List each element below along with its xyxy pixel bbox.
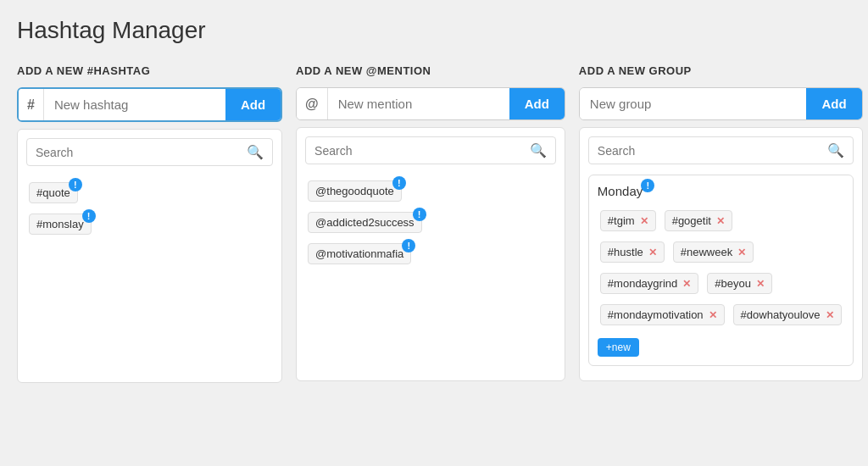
group-card: Monday ! #tgim✕#gogetit✕#hustle✕#newweek… xyxy=(588,175,854,366)
hashtag-prefix: # xyxy=(19,89,44,120)
remove-tag-icon[interactable]: ✕ xyxy=(682,278,691,290)
mention-tag-item[interactable]: @thegoodquote! xyxy=(308,180,402,202)
hashtag-search-icon: 🔍 xyxy=(247,144,264,160)
mention-tag-item[interactable]: @motivationmafia! xyxy=(308,243,411,264)
remove-tag-icon[interactable]: ✕ xyxy=(756,278,765,290)
group-notif-badge: ! xyxy=(641,179,654,192)
remove-tag-icon[interactable]: ✕ xyxy=(648,247,657,258)
page-title: Hashtag Manager xyxy=(17,17,851,44)
mention-search-input[interactable] xyxy=(314,144,530,158)
mention-search-row: 🔍 xyxy=(305,136,556,164)
group-input[interactable] xyxy=(580,88,807,119)
remove-tag-icon[interactable]: ✕ xyxy=(737,247,746,258)
remove-tag-icon[interactable]: ✕ xyxy=(709,309,717,321)
remove-tag-icon[interactable]: ✕ xyxy=(716,215,725,227)
hashtag-tag-item[interactable]: #monslay! xyxy=(29,214,92,235)
hashtag-list: #quote!#monslay! xyxy=(26,176,273,246)
group-tags: #tgim✕#gogetit✕#hustle✕#newweek✕#mondayg… xyxy=(598,208,844,331)
columns-container: ADD A NEW #HASHTAG # Add 🔍 #quote!#monsl… xyxy=(17,64,851,383)
group-add-button[interactable]: Add xyxy=(806,88,861,119)
group-search-row: 🔍 xyxy=(588,136,854,164)
group-name-text: Monday xyxy=(598,184,643,198)
hashtag-add-button[interactable]: Add xyxy=(225,89,281,120)
group-column: ADD A NEW GROUP Add 🔍 Monday ! #tgim✕#go… xyxy=(579,64,863,381)
group-search-icon: 🔍 xyxy=(827,142,844,158)
group-tag-item[interactable]: #newweek✕ xyxy=(673,241,754,263)
hashtag-section-title: ADD A NEW #HASHTAG xyxy=(17,64,282,77)
mention-list: @thegoodquote!@addicted2success!@motivat… xyxy=(305,175,556,275)
mention-column: ADD A NEW @MENTION @ Add 🔍 @thegoodquote… xyxy=(296,64,565,381)
group-list-container: 🔍 Monday ! #tgim✕#gogetit✕#hustle✕#newwe… xyxy=(579,127,863,381)
group-new-button[interactable]: +new xyxy=(598,338,639,357)
mention-input[interactable] xyxy=(328,88,509,119)
group-add-row: Add xyxy=(579,87,863,120)
mention-section-title: ADD A NEW @MENTION xyxy=(296,64,565,77)
group-tag-item[interactable]: #mondaymotivation✕ xyxy=(600,304,725,325)
mention-add-row: @ Add xyxy=(296,87,565,120)
mention-search-icon: 🔍 xyxy=(530,142,547,158)
hashtag-tag-item[interactable]: #quote! xyxy=(29,182,78,203)
hashtag-search-row: 🔍 xyxy=(26,138,273,166)
hashtag-list-container: 🔍 #quote!#monslay! xyxy=(17,129,282,383)
mention-prefix: @ xyxy=(297,88,328,119)
hashtag-search-input[interactable] xyxy=(36,146,247,159)
remove-tag-icon[interactable]: ✕ xyxy=(640,215,648,227)
group-tag-item[interactable]: #beyou✕ xyxy=(707,273,772,294)
group-tag-item[interactable]: #hustle✕ xyxy=(600,241,665,263)
group-name-label: Monday ! xyxy=(598,184,643,199)
hashtag-add-row: # Add xyxy=(17,87,282,122)
group-tag-item[interactable]: #mondaygrind✕ xyxy=(600,273,698,294)
group-tag-item[interactable]: #tgim✕ xyxy=(600,210,656,231)
group-tag-item[interactable]: #gogetit✕ xyxy=(665,210,732,231)
group-tag-item[interactable]: #dowhatyoulove✕ xyxy=(733,304,842,325)
hashtag-input[interactable] xyxy=(44,89,225,120)
hashtag-column: ADD A NEW #HASHTAG # Add 🔍 #quote!#monsl… xyxy=(17,64,282,383)
remove-tag-icon[interactable]: ✕ xyxy=(826,309,834,321)
group-search-input[interactable] xyxy=(598,144,827,158)
mention-tag-item[interactable]: @addicted2success! xyxy=(308,212,422,233)
mention-list-container: 🔍 @thegoodquote!@addicted2success!@motiv… xyxy=(296,127,565,381)
group-section-title: ADD A NEW GROUP xyxy=(579,64,863,77)
mention-add-button[interactable]: Add xyxy=(509,88,565,119)
